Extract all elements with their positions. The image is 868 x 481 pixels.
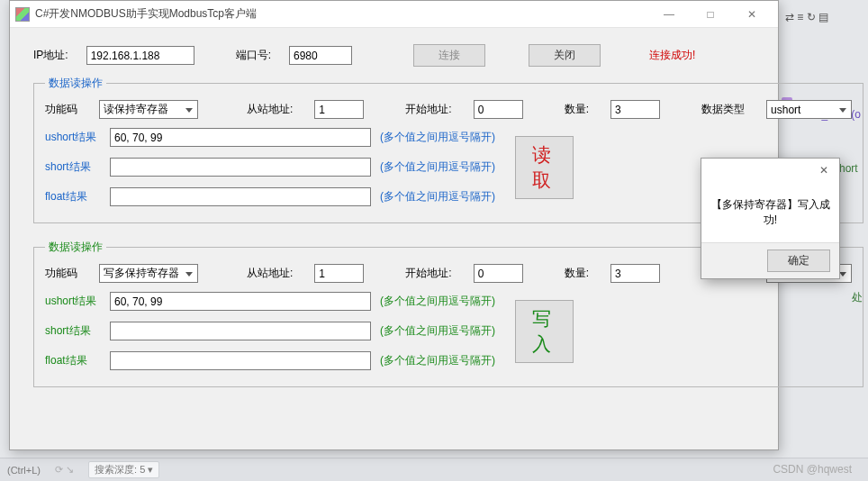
ip-input[interactable]	[86, 46, 194, 65]
read-qty-label: 数量:	[565, 102, 589, 117]
read-float-label: float结果	[45, 189, 110, 204]
read-qty-input[interactable]	[610, 100, 660, 119]
write-start-input[interactable]	[474, 264, 523, 283]
read-short-input[interactable]	[110, 158, 371, 177]
write-ushort-hint: (多个值之间用逗号隔开)	[380, 294, 495, 309]
read-params: 功能码 读保持寄存器 从站地址: 开始地址: 数量: 数据类型 ushort	[45, 100, 852, 119]
port-input[interactable]	[289, 46, 352, 65]
read-short-hint: (多个值之间用逗号隔开)	[380, 159, 495, 175]
read-start-input[interactable]	[474, 100, 523, 119]
write-func-label: 功能码	[45, 266, 77, 281]
ide-status-bar: (Ctrl+L) ⟳ ↘ 搜索深度: 5 ▾	[0, 458, 868, 481]
port-label: 端口号:	[236, 48, 271, 63]
read-dtype-combo[interactable]: ushort	[766, 100, 852, 119]
window-title: C#开发NMODBUS助手实现ModbusTcp客户端	[35, 6, 648, 22]
connect-button[interactable]: 连接	[413, 44, 485, 67]
message-box-text: 【多保持寄存器】写入成功!	[710, 197, 830, 228]
close-button[interactable]: ✕	[731, 1, 773, 27]
message-box: ✕ 【多保持寄存器】写入成功! 确定	[701, 158, 840, 279]
read-start-label: 开始地址:	[405, 102, 451, 117]
write-legend: 数据读操作	[45, 240, 106, 255]
write-qty-input[interactable]	[610, 264, 660, 283]
search-depth-label: 搜索深度: 5 ▾	[88, 461, 159, 478]
read-dtype-label: 数据类型	[701, 102, 745, 117]
write-float-hint: (多个值之间用逗号隔开)	[380, 353, 495, 368]
write-float-label: float结果	[45, 353, 110, 368]
bg-toolbar-icons: ⇄ ≡ ↻ ▤	[785, 11, 828, 23]
write-func-combo[interactable]: 写多保持寄存器	[99, 264, 198, 283]
read-slave-label: 从站地址:	[247, 102, 293, 117]
app-window: C#开发NMODBUS助手实现ModbusTcp客户端 — □ ✕ IP地址: …	[9, 0, 779, 450]
message-box-title: ✕	[701, 159, 839, 182]
write-short-hint: (多个值之间用逗号隔开)	[380, 323, 495, 339]
read-ushort-hint: (多个值之间用逗号隔开)	[380, 130, 495, 145]
write-start-label: 开始地址:	[405, 266, 451, 281]
write-ushort-input[interactable]	[110, 292, 371, 311]
maximize-button[interactable]: □	[690, 1, 731, 27]
write-button[interactable]: 写入	[515, 300, 574, 363]
watermark: CSDN @hqwest	[773, 463, 852, 476]
close-icon: ✕	[819, 164, 828, 177]
read-button[interactable]: 读取	[515, 136, 574, 199]
status-hint: (Ctrl+L)	[7, 465, 41, 476]
minimize-button[interactable]: —	[648, 1, 690, 27]
read-func-combo[interactable]: 读保持寄存器	[99, 100, 198, 119]
read-ushort-label: ushort结果	[45, 130, 110, 145]
read-float-hint: (多个值之间用逗号隔开)	[380, 189, 495, 204]
titlebar: C#开发NMODBUS助手实现ModbusTcp客户端 — □ ✕	[10, 1, 778, 28]
write-ushort-label: ushort结果	[45, 294, 110, 309]
connection-row: IP地址: 端口号: 连接 关闭 连接成功!	[33, 44, 755, 67]
read-slave-input[interactable]	[314, 100, 364, 119]
write-short-label: short结果	[45, 323, 110, 339]
write-qty-label: 数量:	[565, 266, 589, 281]
message-box-ok-button[interactable]: 确定	[767, 250, 830, 272]
connection-status: 连接成功!	[649, 48, 695, 63]
read-short-label: short结果	[45, 159, 110, 175]
disconnect-button[interactable]: 关闭	[529, 44, 601, 67]
message-box-close-button[interactable]: ✕	[814, 161, 834, 179]
write-short-input[interactable]	[110, 322, 371, 340]
read-legend: 数据读操作	[45, 76, 106, 91]
app-icon	[15, 7, 30, 22]
client-area: IP地址: 端口号: 连接 关闭 连接成功! 数据读操作 功能码 读保持寄存器 …	[10, 28, 778, 414]
read-ushort-input[interactable]	[110, 128, 371, 147]
write-slave-label: 从站地址:	[247, 266, 293, 281]
read-float-input[interactable]	[110, 187, 371, 206]
write-float-input[interactable]	[110, 351, 371, 370]
ip-label: IP地址:	[33, 48, 68, 63]
read-func-label: 功能码	[45, 102, 77, 117]
write-slave-input[interactable]	[314, 264, 364, 283]
